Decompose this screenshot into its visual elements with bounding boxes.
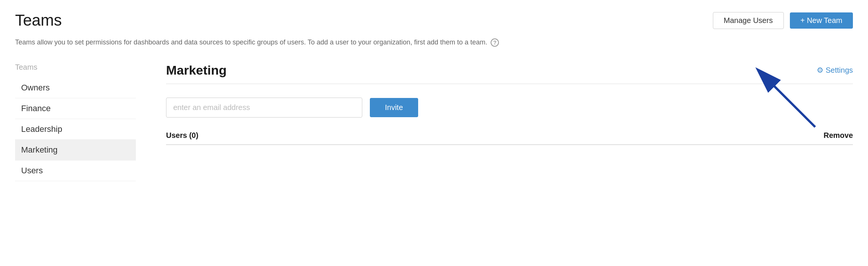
page-wrapper: Teams Manage Users + New Team Teams allo… <box>0 0 868 193</box>
team-header: Marketing ⚙ Settings <box>166 63 853 84</box>
content-area: Marketing ⚙ Settings <box>143 63 853 181</box>
sidebar-item-marketing[interactable]: Marketing <box>15 140 136 161</box>
users-count-label: Users (0) <box>166 131 199 140</box>
invite-section: Invite <box>166 98 853 118</box>
settings-label: Settings <box>826 66 853 75</box>
users-table-header: Users (0) Remove <box>166 131 853 145</box>
email-input[interactable] <box>166 98 362 118</box>
remove-label: Remove <box>823 131 853 140</box>
main-content: Teams Owners Finance Leadership Marketin… <box>15 63 853 181</box>
settings-icon: ⚙ <box>817 66 823 75</box>
sidebar: Teams Owners Finance Leadership Marketin… <box>15 63 143 181</box>
page-title: Teams <box>15 11 62 29</box>
sidebar-item-leadership[interactable]: Leadership <box>15 119 136 140</box>
page-header: Teams Manage Users + New Team <box>15 11 853 29</box>
help-icon[interactable]: ? <box>491 38 499 47</box>
invite-button[interactable]: Invite <box>370 98 418 117</box>
sidebar-item-owners[interactable]: Owners <box>15 78 136 98</box>
manage-users-button[interactable]: Manage Users <box>713 12 784 29</box>
sidebar-item-finance[interactable]: Finance <box>15 98 136 119</box>
page-description: Teams allow you to set permissions for d… <box>15 37 543 48</box>
new-team-button[interactable]: + New Team <box>790 12 853 29</box>
team-name: Marketing <box>166 63 227 78</box>
header-actions: Manage Users + New Team <box>713 12 853 29</box>
sidebar-item-users[interactable]: Users <box>15 161 136 181</box>
settings-link[interactable]: ⚙ Settings <box>817 66 853 75</box>
sidebar-section-title: Teams <box>15 63 136 72</box>
